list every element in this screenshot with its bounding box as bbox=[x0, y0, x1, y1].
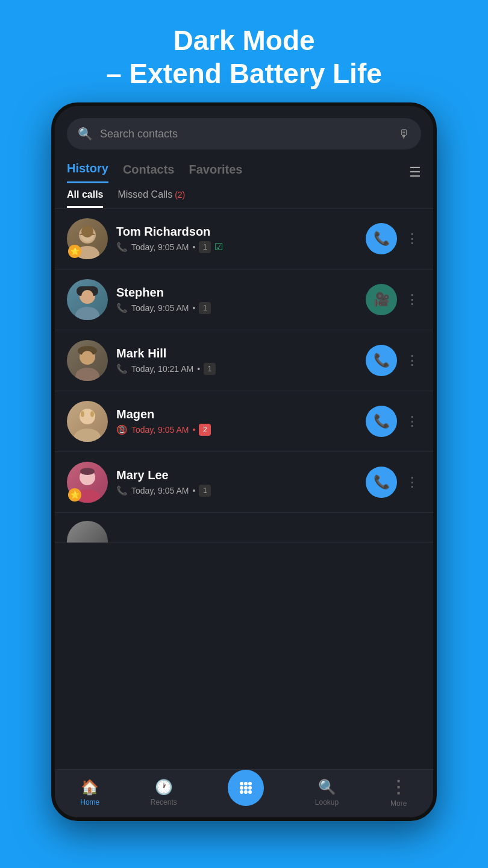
sub-tab-all-calls[interactable]: All calls bbox=[67, 189, 103, 208]
call-actions-magen: 📞 ⋮ bbox=[366, 406, 421, 437]
sub-tabs: All calls Missed Calls(2) bbox=[55, 183, 433, 209]
call-item-stephen: Stephen 📞 Today, 9:05 AM • 1 🎥 ⋮ bbox=[55, 269, 433, 330]
lookup-label: Lookup bbox=[315, 798, 339, 807]
more-button-tom[interactable]: ⋮ bbox=[403, 228, 421, 249]
search-bar-wrapper: 🔍 Search contacts 🎙 bbox=[55, 106, 433, 156]
more-button-mark[interactable]: ⋮ bbox=[403, 350, 421, 371]
call-detail-mark: 📞 Today, 10:21 AM • 1 bbox=[116, 363, 357, 375]
call-item-mary: ⭐ Mary Lee 📞 Today, 9:05 AM • 1 📞 ⋮ bbox=[55, 452, 433, 513]
call-item-tom: ⭐ Tom Richardson 📞 Today, 9:05 AM • 1 ☑ … bbox=[55, 209, 433, 269]
call-count-magen: 2 bbox=[199, 424, 211, 436]
tab-contacts[interactable]: Contacts bbox=[123, 163, 175, 183]
call-count-mary: 1 bbox=[199, 485, 211, 497]
video-call-button-stephen[interactable]: 🎥 bbox=[366, 284, 397, 315]
microphone-icon[interactable]: 🎙 bbox=[398, 127, 410, 141]
nav-item-more[interactable]: ⋮ More bbox=[390, 777, 408, 808]
call-actions-stephen: 🎥 ⋮ bbox=[366, 284, 421, 315]
dot-magen: • bbox=[192, 425, 195, 435]
svg-point-5 bbox=[75, 307, 99, 320]
search-icon: 🔍 bbox=[78, 127, 93, 141]
avatar-magen bbox=[67, 401, 108, 442]
avatar-wrap-tom: ⭐ bbox=[67, 218, 108, 259]
call-info-stephen: Stephen 📞 Today, 9:05 AM • 1 bbox=[116, 286, 357, 314]
contact-name-mark: Mark Hill bbox=[116, 347, 357, 360]
svg-point-22 bbox=[244, 782, 248, 785]
call-info-magen: Magen 📵 Today, 9:05 AM • 2 bbox=[116, 407, 357, 436]
call-time-mark: Today, 10:21 AM bbox=[131, 364, 193, 374]
check-icon-tom: ☑ bbox=[214, 241, 223, 253]
nav-item-lookup[interactable]: 🔍 Lookup bbox=[315, 779, 339, 807]
nav-item-recents[interactable]: 🕐 Recents bbox=[151, 779, 177, 807]
contact-name-mary: Mary Lee bbox=[116, 468, 357, 482]
call-detail-mary: 📞 Today, 9:05 AM • 1 bbox=[116, 485, 357, 497]
svg-point-25 bbox=[244, 786, 248, 790]
dialpad-center-button[interactable] bbox=[228, 770, 264, 806]
call-button-magen[interactable]: 📞 bbox=[366, 406, 397, 437]
more-button-stephen[interactable]: ⋮ bbox=[403, 289, 421, 310]
phone-frame: 🔍 Search contacts 🎙 History Contacts Fav… bbox=[51, 102, 437, 821]
menu-icon[interactable]: ☰ bbox=[409, 165, 421, 180]
svg-point-7 bbox=[81, 290, 93, 302]
main-tabs: History Contacts Favorites ☰ bbox=[55, 156, 433, 183]
svg-point-29 bbox=[248, 790, 252, 794]
sub-tab-missed-calls[interactable]: Missed Calls(2) bbox=[117, 189, 185, 208]
svg-point-28 bbox=[244, 790, 248, 794]
call-button-tom[interactable]: 📞 bbox=[366, 223, 397, 254]
lookup-icon: 🔍 bbox=[318, 779, 336, 796]
call-detail-magen: 📵 Today, 9:05 AM • 2 bbox=[116, 424, 357, 436]
call-info-mary: Mary Lee 📞 Today, 9:05 AM • 1 bbox=[116, 468, 357, 497]
dot-mary: • bbox=[192, 486, 195, 495]
call-time-magen: Today, 9:05 AM bbox=[131, 425, 189, 435]
call-count-tom: 1 bbox=[199, 241, 211, 253]
recents-icon: 🕐 bbox=[155, 779, 173, 796]
call-icon-mary: 📞 bbox=[116, 485, 128, 496]
page-header: Dark Mode – Extend Battery Life bbox=[0, 0, 488, 102]
recents-label: Recents bbox=[151, 798, 177, 807]
svg-point-21 bbox=[240, 782, 243, 785]
avatar-mark bbox=[67, 340, 108, 381]
svg-point-16 bbox=[90, 411, 94, 417]
svg-point-20 bbox=[80, 468, 95, 475]
nav-item-dialpad[interactable] bbox=[228, 779, 264, 806]
call-actions-mark: 📞 ⋮ bbox=[366, 345, 421, 376]
avatar-wrap-mark bbox=[67, 340, 108, 381]
call-icon-mark: 📞 bbox=[116, 363, 128, 374]
call-button-mary[interactable]: 📞 bbox=[366, 467, 397, 498]
call-time-tom: Today, 9:05 AM bbox=[131, 242, 189, 252]
search-bar[interactable]: 🔍 Search contacts 🎙 bbox=[67, 118, 421, 149]
svg-point-9 bbox=[75, 368, 99, 381]
header-title: Dark Mode – Extend Battery Life bbox=[12, 24, 476, 90]
bottom-nav: 🏠 Home 🕐 Recents bbox=[55, 769, 433, 817]
nav-item-home[interactable]: 🏠 Home bbox=[80, 779, 99, 807]
svg-point-26 bbox=[248, 786, 252, 790]
tab-history[interactable]: History bbox=[67, 162, 108, 183]
call-info-mark: Mark Hill 📞 Today, 10:21 AM • 1 bbox=[116, 347, 357, 375]
svg-point-15 bbox=[81, 411, 84, 417]
avatar-wrap-mary: ⭐ bbox=[67, 462, 108, 503]
call-info-tom: Tom Richardson 📞 Today, 9:05 AM • 1 ☑ bbox=[116, 225, 357, 253]
contact-name-stephen: Stephen bbox=[116, 286, 357, 300]
call-button-mark[interactable]: 📞 bbox=[366, 345, 397, 376]
more-icon: ⋮ bbox=[390, 777, 408, 797]
svg-point-27 bbox=[240, 790, 243, 794]
tab-favorites[interactable]: Favorites bbox=[189, 163, 242, 183]
call-detail-tom: 📞 Today, 9:05 AM • 1 ☑ bbox=[116, 241, 357, 253]
svg-point-11 bbox=[81, 351, 93, 363]
contact-name-tom: Tom Richardson bbox=[116, 225, 357, 239]
call-actions-tom: 📞 ⋮ bbox=[366, 223, 421, 254]
call-count-mark: 1 bbox=[204, 363, 216, 375]
avatar-stephen bbox=[67, 279, 108, 320]
more-button-magen[interactable]: ⋮ bbox=[403, 411, 421, 432]
call-actions-mary: 📞 ⋮ bbox=[366, 467, 421, 498]
call-time-stephen: Today, 9:05 AM bbox=[131, 303, 189, 313]
more-label: More bbox=[390, 799, 407, 808]
svg-point-13 bbox=[74, 429, 101, 442]
svg-point-3 bbox=[81, 225, 93, 237]
more-button-mary[interactable]: ⋮ bbox=[403, 472, 421, 492]
call-item-sixth bbox=[55, 513, 433, 543]
call-count-stephen: 1 bbox=[199, 302, 211, 314]
missed-call-icon-magen: 📵 bbox=[116, 424, 128, 435]
avatar-wrap-magen bbox=[67, 401, 108, 442]
call-time-mary: Today, 9:05 AM bbox=[131, 486, 189, 495]
call-detail-stephen: 📞 Today, 9:05 AM • 1 bbox=[116, 302, 357, 314]
